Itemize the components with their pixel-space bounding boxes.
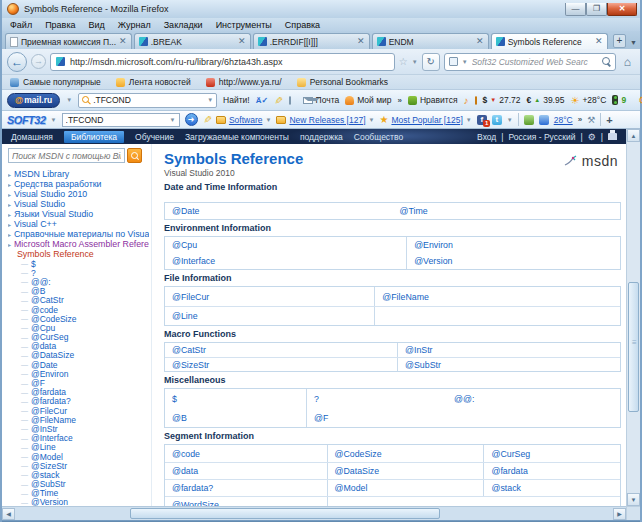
mailru-search-input[interactable]	[93, 95, 204, 105]
horizontal-scrollbar[interactable]: ◀ ▶	[2, 506, 626, 520]
sidebar-item[interactable]: ▸Языки Visual Studio	[8, 209, 149, 219]
highlighter-icon[interactable]: ✎	[273, 96, 284, 104]
symbol-link[interactable]: @Environ	[414, 240, 453, 250]
soft32-search-box[interactable]: ▼	[62, 113, 180, 127]
soft32-logo[interactable]: SOFT32	[7, 114, 46, 126]
symbol-link[interactable]: @code	[172, 449, 200, 459]
symbol-link[interactable]: @FileName	[382, 292, 429, 302]
scroll-up-arrow[interactable]: ▲	[627, 129, 640, 142]
minimize-button[interactable]: —	[565, 3, 586, 16]
sidebar-search-button[interactable]	[127, 148, 142, 163]
twitter-icon[interactable]: t	[492, 115, 502, 125]
web-search-placeholder[interactable]: Soft32 Customized Web Searc	[472, 57, 598, 67]
signin-link[interactable]: Вход	[477, 132, 496, 142]
symbol-link[interactable]: @F	[314, 413, 328, 423]
mailru-mail-button[interactable]: Почта	[303, 95, 340, 105]
vertical-scroll-track[interactable]	[627, 142, 640, 493]
sidebar-item[interactable]: —@CodeSize	[8, 314, 149, 323]
tree-expand-icon[interactable]: ▸	[8, 211, 11, 218]
search-icon[interactable]	[602, 57, 611, 66]
sidebar-item[interactable]: —$	[8, 259, 149, 268]
tab-close-icon[interactable]: ✕	[119, 37, 127, 46]
symbol-link[interactable]: @Line	[172, 311, 198, 321]
sidebar-item[interactable]: —@Version	[8, 498, 149, 506]
vertical-scroll-thumb[interactable]	[628, 282, 639, 412]
vertical-scrollbar[interactable]: ▲ ▼	[626, 129, 640, 520]
sidebar-item[interactable]: ▸Microsoft Macro Assembler Reference	[8, 239, 149, 249]
sidebar-item[interactable]: —@FileName	[8, 415, 149, 424]
mailru-search-box[interactable]: ▼	[78, 93, 217, 108]
horizontal-scroll-thumb[interactable]	[130, 508, 440, 519]
bookmark-item[interactable]: http://www.ya.ru/	[206, 77, 282, 87]
settings-gear-icon[interactable]: ⚙	[588, 132, 596, 142]
soft32-software-link[interactable]: Software▼	[216, 115, 272, 125]
sidebar-item[interactable]: —@code	[8, 305, 149, 314]
sidebar-item[interactable]: —@Environ	[8, 369, 149, 378]
close-button[interactable]: ✕	[607, 3, 637, 16]
nav-item[interactable]: поддержка	[300, 132, 343, 142]
twitter-dropdown-icon[interactable]: ▼	[507, 117, 513, 123]
traffic-widget[interactable]: 9	[612, 95, 626, 105]
tree-expand-icon[interactable]: ▸	[8, 241, 11, 248]
nav-item[interactable]: Обучение	[135, 132, 174, 142]
app-icon-blue[interactable]	[539, 115, 549, 125]
sidebar-item[interactable]: ▸Средства разработки	[8, 179, 149, 189]
sidebar-item[interactable]: ▸Visual Studio 2010	[8, 189, 149, 199]
locale-selector[interactable]: Россия - Русский	[509, 132, 576, 142]
wrench-icon[interactable]: ⚒	[587, 115, 595, 125]
nav-item[interactable]: Домашняя	[11, 132, 53, 142]
symbol-link[interactable]: $	[172, 394, 177, 404]
tab[interactable]: .BREAK✕	[134, 33, 251, 49]
sidebar-item[interactable]: Symbols Reference	[8, 249, 149, 259]
symbol-link[interactable]: @B	[172, 413, 187, 423]
symbol-link[interactable]: @Time	[400, 206, 428, 216]
overflow-chevron-icon[interactable]: »	[398, 96, 402, 105]
sidebar-item[interactable]: —@B	[8, 287, 149, 296]
sidebar-item[interactable]: —@SubStr	[8, 480, 149, 489]
symbol-link[interactable]: @InStr	[405, 345, 433, 355]
symbol-link[interactable]: @Interface	[172, 256, 215, 266]
tree-expand-icon[interactable]: ▸	[8, 231, 11, 238]
menu-item[interactable]: Вид	[89, 20, 105, 30]
nav-item[interactable]: Сообщество	[354, 132, 403, 142]
sidebar-item[interactable]: —@data	[8, 342, 149, 351]
sidebar-item[interactable]: ▸Visual C++	[8, 219, 149, 229]
sidebar-item[interactable]: —@stack	[8, 470, 149, 479]
web-search-box[interactable]: ▼ Soft32 Customized Web Searc	[444, 53, 616, 71]
sidebar-item[interactable]: —@CatStr	[8, 296, 149, 305]
soft32-go-button[interactable]: ➜	[185, 113, 198, 126]
sidebar-item[interactable]: —@Date	[8, 360, 149, 369]
nav-item[interactable]: Библиотека	[64, 131, 124, 143]
tab-list-dropdown-icon[interactable]: ▼	[630, 39, 637, 46]
soft32-weather-link[interactable]: 28°C	[554, 115, 573, 125]
menu-item[interactable]: Правка	[45, 20, 75, 30]
symbol-link[interactable]: @Date	[172, 206, 200, 216]
menu-item[interactable]: Журнал	[118, 20, 151, 30]
sidebar-item[interactable]: —@SizeStr	[8, 461, 149, 470]
menu-item[interactable]: Файл	[10, 20, 32, 30]
symbol-link[interactable]: @Cpu	[172, 240, 197, 250]
symbol-link[interactable]: ?	[314, 394, 319, 404]
maximize-button[interactable]: ❐	[586, 3, 607, 16]
tree-expand-icon[interactable]: ▸	[8, 221, 11, 228]
soft32-logo-dropdown-icon[interactable]: ▼	[51, 117, 57, 123]
search-engine-dropdown-icon[interactable]: ▼	[462, 59, 468, 65]
reload-button[interactable]: ↻	[422, 53, 440, 71]
facebook-icon[interactable]: f1	[477, 115, 487, 125]
soft32-most-popular-link[interactable]: ★Most Popular [125]▼	[379, 114, 471, 125]
symbol-link[interactable]: @SizeStr	[172, 360, 209, 370]
eur-rate[interactable]: €▲39.95	[526, 95, 564, 105]
sidebar-item[interactable]: —@Interface	[8, 434, 149, 443]
sidebar-search-input[interactable]	[8, 148, 125, 163]
soft32-search-input[interactable]	[66, 115, 170, 125]
mailru-settings-gear-icon[interactable]: ⚙	[638, 94, 642, 107]
sidebar-item[interactable]: —@fardata?	[8, 397, 149, 406]
scroll-left-arrow[interactable]: ◀	[2, 508, 15, 520]
symbol-link[interactable]: @CatStr	[172, 345, 206, 355]
symbol-link[interactable]: @SubStr	[405, 360, 441, 370]
menu-item[interactable]: Закладки	[164, 20, 203, 30]
symbol-link[interactable]: @DataSize	[335, 466, 380, 476]
symbol-link[interactable]: @WordSize	[172, 500, 219, 506]
sidebar-item[interactable]: —@fardata	[8, 388, 149, 397]
bookmark-dropdown-icon[interactable]: ▼	[412, 59, 418, 65]
